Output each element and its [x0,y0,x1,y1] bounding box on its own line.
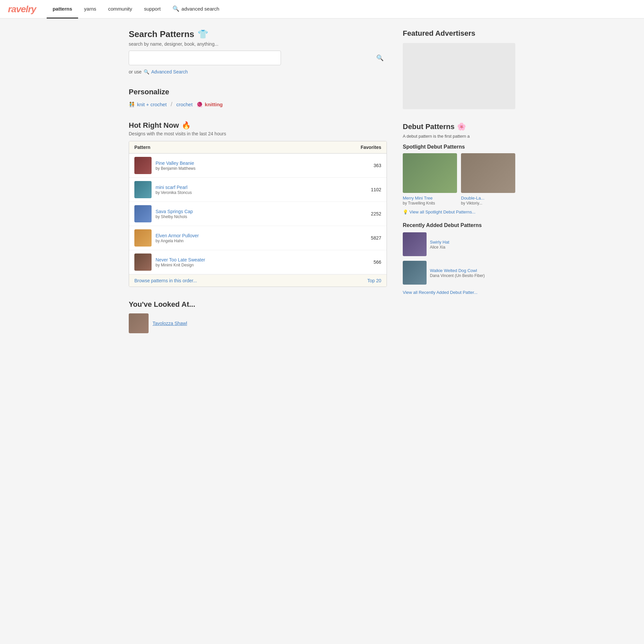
pattern-author: by Shelby Nichols [156,214,361,219]
advanced-search-link[interactable]: Advanced Search [151,69,188,74]
view-spotlight-link[interactable]: 💡 View all Spotlight Debut Patterns... [403,209,515,214]
recently-thumbnail [403,261,427,285]
recently-name[interactable]: Swirly Hat [430,240,449,245]
table-header: Pattern Favorites [129,141,387,154]
personalize-knitting[interactable]: 🧶 knitting [197,102,223,108]
search-title: Search Patterns 👕 [129,29,387,39]
recently-author: Dana Vincent (Un Besito Fiber) [430,273,485,278]
recently-author: Alice Xia [430,245,449,250]
personalize-crochet[interactable]: crochet [176,102,193,107]
featured-advertisers-section: Featured Advertisers [403,29,515,109]
pattern-author: by Minimi Knit Design [156,263,361,267]
pattern-thumbnail [134,205,152,222]
nav-support[interactable]: support [138,0,166,19]
looked-at-heading: You've Looked At... [129,300,387,309]
shirt-icon: 👕 [198,29,208,39]
personalize-heading: Personalize [129,88,387,96]
personalize-options: 🧑‍🤝‍🧑 knit + crochet / crochet 🧶 knittin… [129,101,387,108]
pattern-name[interactable]: Elven Armor Pullover [156,233,199,238]
nav-community[interactable]: community [102,0,138,19]
table-footer: Browse patterns in this order... Top 20 [129,274,387,287]
personalize-section: Personalize 🧑‍🤝‍🧑 knit + crochet / croch… [129,88,387,108]
knitting-icon: 🧶 [197,102,203,108]
pattern-author: by Veronika Stoncus [156,190,361,195]
pattern-info: Never Too Late Sweater by Minimi Knit De… [156,257,361,267]
separator: / [171,101,172,108]
recently-name[interactable]: Walkie Welted Dog Cowl [430,268,477,273]
debut-section: Debut Patterns 🌸 A debut pattern is the … [403,122,515,295]
pattern-thumbnail [134,253,152,271]
pattern-thumbnail [134,181,152,198]
pattern-info: mini scarf Pearl by Veronika Stoncus [156,184,361,195]
debut-desc: A debut pattern is the first pattern a [403,134,515,139]
looked-at-item: Tavolozza Shawl [129,313,387,333]
pattern-name[interactable]: Sava Springs Cap [156,209,193,214]
pattern-info: Pine Valley Beanie by Benjamin Matthews [156,160,361,171]
pattern-info: Sava Springs Cap by Shelby Nichols [156,208,361,219]
featured-advertisers-placeholder [403,43,515,109]
pattern-favorites: 1102 [365,187,381,192]
bulb-icon: 💡 [403,209,408,214]
nav-advanced-search[interactable]: 🔍 advanced search [166,0,225,19]
search-button[interactable]: 🔍 [376,54,384,62]
spotlight-name[interactable]: Merry Mini Tree [403,196,433,201]
spotlight-card: Merry Mini Tree by Travelling Knits [403,153,457,206]
pattern-thumbnail [134,229,152,247]
nav-patterns[interactable]: patterns [47,0,78,19]
pattern-info: Elven Armor Pullover by Angela Hahn [156,233,361,243]
search-icon-small: 🔍 [144,69,149,74]
top20-link[interactable]: Top 20 [367,278,381,283]
hot-section: Hot Right Now 🔥 Designs with the most vi… [129,121,387,287]
spotlight-card: Double-La... by Viktoriy... [461,153,515,206]
personalize-knit-crochet[interactable]: 🧑‍🤝‍🧑 knit + crochet [129,102,167,108]
table-row: Pine Valley Beanie by Benjamin Matthews … [129,154,387,178]
sidebar: Featured Advertisers Debut Patterns 🌸 A … [403,29,515,346]
debut-heading: Debut Patterns 🌸 [403,122,515,131]
featured-advertisers-heading: Featured Advertisers [403,29,515,38]
pattern-name[interactable]: Pine Valley Beanie [156,161,194,166]
looked-pattern-name[interactable]: Tavolozza Shawl [153,321,187,326]
logo[interactable]: ravelry [8,4,36,15]
main-content: Search Patterns 👕 search by name, design… [129,29,387,346]
hot-desc: Designs with the most visits in the last… [129,131,387,136]
pattern-author: by Angela Hahn [156,239,361,243]
table-row: mini scarf Pearl by Veronika Stoncus 110… [129,178,387,202]
spotlight-thumbnail [403,153,457,193]
search-input[interactable] [129,51,281,65]
navbar: ravelry patterns yarns community support… [0,0,644,19]
recently-thumbnail [403,232,427,256]
nav-links: patterns yarns community support 🔍 advan… [47,0,225,19]
looked-at-section: You've Looked At... Tavolozza Shawl [129,300,387,333]
view-recently-link[interactable]: View all Recently Added Debut Patter... [403,290,478,295]
table-row: Never Too Late Sweater by Minimi Knit De… [129,250,387,274]
search-icon: 🔍 [172,5,179,12]
recently-heading: Recently Added Debut Patterns [403,222,515,228]
search-subtitle: search by name, designer, book, anything… [129,41,387,47]
spotlight-name[interactable]: Double-La... [461,196,484,201]
pattern-name[interactable]: mini scarf Pearl [156,185,187,190]
spotlight-heading: Spotlight Debut Patterns [403,144,515,150]
spotlight-author: by Viktoriy... [461,201,515,206]
fire-icon: 🔥 [182,121,191,130]
nav-yarns[interactable]: yarns [78,0,102,19]
looked-thumbnail [129,313,149,333]
pattern-favorites: 2252 [365,211,381,216]
recently-item: Walkie Welted Dog Cowl Dana Vincent (Un … [403,261,515,285]
debut-icon: 🌸 [457,122,466,131]
advanced-search-link-row: or use 🔍 Advanced Search [129,69,387,74]
spotlight-author: by Travelling Knits [403,201,457,206]
search-wrapper: 🔍 [129,51,387,65]
pattern-favorites: 566 [365,259,381,265]
search-section: Search Patterns 👕 search by name, design… [129,29,387,74]
pattern-thumbnail [134,157,152,174]
pattern-favorites: 363 [365,163,381,168]
spotlight-grid: Merry Mini Tree by Travelling Knits Doub… [403,153,515,206]
hot-heading: Hot Right Now 🔥 [129,121,387,130]
table-row: Sava Springs Cap by Shelby Nichols 2252 [129,202,387,226]
recently-item: Swirly Hat Alice Xia [403,232,515,256]
patterns-table: Pattern Favorites Pine Valley Beanie by … [129,141,387,287]
browse-link[interactable]: Browse patterns in this order... [134,278,197,283]
pattern-author: by Benjamin Matthews [156,166,361,171]
pattern-name[interactable]: Never Too Late Sweater [156,257,205,262]
spotlight-thumbnail [461,153,515,193]
